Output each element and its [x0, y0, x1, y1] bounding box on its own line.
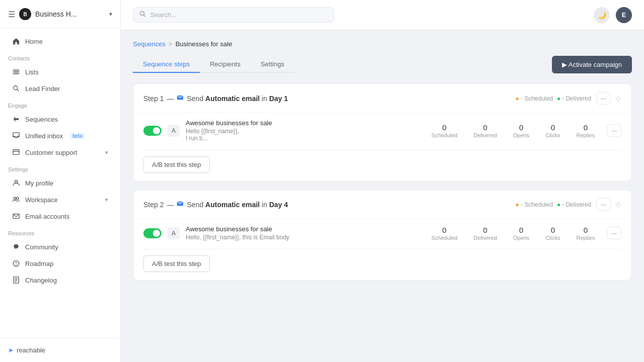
- step-2-email-info: Awesome businesses for sale Hello, {{fir…: [186, 225, 425, 241]
- sidebar-footer: ➤ reachable: [0, 338, 120, 362]
- sidebar-item-workspace[interactable]: Workspace ▾: [4, 192, 116, 208]
- step-1-opens-value: 0: [513, 123, 529, 132]
- step-1-dash: —: [167, 95, 174, 103]
- svg-rect-2: [13, 73, 19, 74]
- sidebar-item-lead-finder[interactable]: Lead Finder: [4, 80, 116, 97]
- email-step-icon: [177, 94, 184, 103]
- search-input[interactable]: [150, 11, 328, 19]
- step-2-email-subject: Awesome businesses for sale: [186, 225, 425, 233]
- step-1-delivered-label: - Delivered: [562, 95, 591, 102]
- activate-campaign-button[interactable]: ▶ Activate campaign: [552, 56, 632, 73]
- step-2-opens-label: Opens: [513, 235, 529, 241]
- step-1-drag-handle[interactable]: ⊹: [615, 94, 621, 103]
- main-content: 🌙 E Sequences > Businesses for sale Sequ…: [121, 0, 644, 362]
- step-1-header: Step 1 — Send Automatic email in Day 1 ●…: [133, 84, 631, 113]
- step-1-email-more-button[interactable]: ···: [607, 124, 621, 137]
- step-2-delivered-label-stat: Delivered: [473, 235, 497, 241]
- user-avatar[interactable]: E: [616, 7, 632, 23]
- sidebar-item-community[interactable]: Community: [4, 239, 116, 255]
- brand-name: Business H...: [35, 10, 105, 18]
- step-2-toggle[interactable]: [143, 228, 162, 238]
- step-1-action: Send Automatic email in Day 1: [187, 95, 288, 103]
- step-2-scheduled-label-stat: Scheduled: [431, 235, 457, 241]
- step-1-stat-scheduled: 0 Scheduled: [431, 123, 457, 138]
- step-1-scheduled-label: - Scheduled: [521, 95, 553, 102]
- step-1-email-subject: Awesome businesses for sale: [186, 119, 425, 127]
- sidebar-item-changelog[interactable]: Changelog: [4, 272, 116, 288]
- step-2-body: A Awesome businesses for sale Hello, {{f…: [133, 219, 631, 249]
- sidebar-item-lists[interactable]: Lists: [4, 64, 116, 80]
- step-2-title: Step 2 — Send Automatic email in Day 4: [143, 200, 288, 209]
- inbox-icon: [12, 132, 20, 140]
- svg-rect-1: [13, 71, 19, 72]
- user-icon: [12, 179, 20, 187]
- topbar: 🌙 E: [121, 0, 644, 30]
- sidebar-item-unified-inbox[interactable]: Unified inbox beta: [4, 128, 116, 144]
- step-1-toggle[interactable]: [143, 126, 162, 136]
- step-1-replies-value: 0: [576, 123, 595, 132]
- search-box[interactable]: [133, 7, 334, 23]
- reachable-icon: ➤: [8, 346, 14, 354]
- step-2-clicks-value: 0: [545, 226, 560, 234]
- step-2-stat-delivered: 0 Delivered: [473, 226, 497, 241]
- step-2-email-row: A Awesome businesses for sale Hello, {{f…: [143, 225, 621, 241]
- step-2-variant-badge: A: [168, 227, 180, 239]
- changelog-icon: [12, 276, 20, 284]
- customer-support-label: Customer support: [25, 149, 77, 156]
- sidebar-item-my-profile[interactable]: My profile: [4, 175, 116, 191]
- sidebar-item-roadmap[interactable]: Roadmap: [4, 255, 116, 272]
- user-initial: E: [622, 11, 626, 19]
- tab-recipients[interactable]: Recipients: [200, 56, 251, 73]
- step-1-opens-label: Opens: [513, 132, 529, 138]
- step-2-scheduled-value: 0: [431, 226, 457, 234]
- sidebar-header: ☰ B Business H... ▾: [0, 0, 120, 29]
- step-1-email-body-preview: I run ti...: [186, 135, 425, 142]
- list-icon: [12, 68, 20, 76]
- lead-finder-label: Lead Finder: [25, 85, 60, 93]
- search-nav-icon: [12, 84, 20, 93]
- step-2-delivered-label: - Delivered: [562, 201, 591, 208]
- step-1-email-info: Awesome businesses for sale Hello {{firs…: [186, 119, 425, 142]
- step-2-meta: ● - Scheduled ● - Delivered: [516, 201, 592, 208]
- step-2-opens-value: 0: [513, 226, 529, 234]
- svg-point-3: [14, 86, 18, 90]
- step-2-delivered-meta: ● - Delivered: [557, 201, 591, 208]
- sidebar-item-email-accounts[interactable]: Email accounts: [4, 208, 116, 224]
- step-1-more-button[interactable]: ···: [596, 92, 611, 105]
- topbar-actions: 🌙 E: [594, 7, 632, 23]
- brand-chevron-icon[interactable]: ▾: [109, 11, 112, 18]
- step-1-ab-test-button[interactable]: A/B test this step: [143, 156, 210, 173]
- scheduled-dot-icon: ●: [516, 95, 519, 102]
- step-2-email-more-button[interactable]: ···: [607, 227, 621, 239]
- step-2-more-button[interactable]: ···: [596, 198, 611, 211]
- svg-rect-0: [13, 70, 19, 71]
- sidebar-item-home[interactable]: Home: [4, 33, 116, 49]
- step-1-clicks-label: Clicks: [545, 132, 560, 138]
- tab-settings[interactable]: Settings: [251, 56, 294, 73]
- email-accounts-icon: [12, 212, 20, 220]
- step-1-actions: ··· ⊹: [596, 92, 621, 105]
- breadcrumb-sequences-link[interactable]: Sequences: [133, 40, 166, 48]
- step-2-stats: 0 Scheduled 0 Delivered 0 Opens: [431, 226, 595, 241]
- step-2-dash: —: [167, 201, 174, 209]
- step-2-delivered-value: 0: [473, 226, 497, 234]
- email-accounts-label: Email accounts: [25, 213, 69, 220]
- breadcrumb: Sequences > Businesses for sale: [133, 40, 632, 48]
- community-label: Community: [25, 243, 58, 251]
- step-2-ab-test-button[interactable]: A/B test this step: [143, 255, 210, 272]
- step-2-scheduled-label: - Scheduled: [521, 201, 553, 208]
- hamburger-icon[interactable]: ☰: [8, 10, 15, 19]
- step-1-stat-replies: 0 Replies: [576, 123, 595, 138]
- customer-support-chevron-icon: ▾: [105, 149, 108, 156]
- step-2-stat-replies: 0 Replies: [576, 226, 595, 241]
- step-2-number: Step 2: [143, 201, 164, 209]
- workspace-label: Workspace: [25, 196, 58, 204]
- email-step-2-icon: [177, 200, 184, 209]
- sidebar-item-sequences[interactable]: Sequences: [4, 111, 116, 127]
- theme-toggle-button[interactable]: 🌙: [594, 7, 610, 23]
- brand-avatar: B: [19, 8, 31, 20]
- tab-sequence-steps[interactable]: Sequence steps: [133, 56, 200, 73]
- step-2-drag-handle[interactable]: ⊹: [615, 200, 621, 209]
- sidebar-item-customer-support[interactable]: Customer support ▾: [4, 144, 116, 160]
- svg-point-7: [15, 180, 17, 183]
